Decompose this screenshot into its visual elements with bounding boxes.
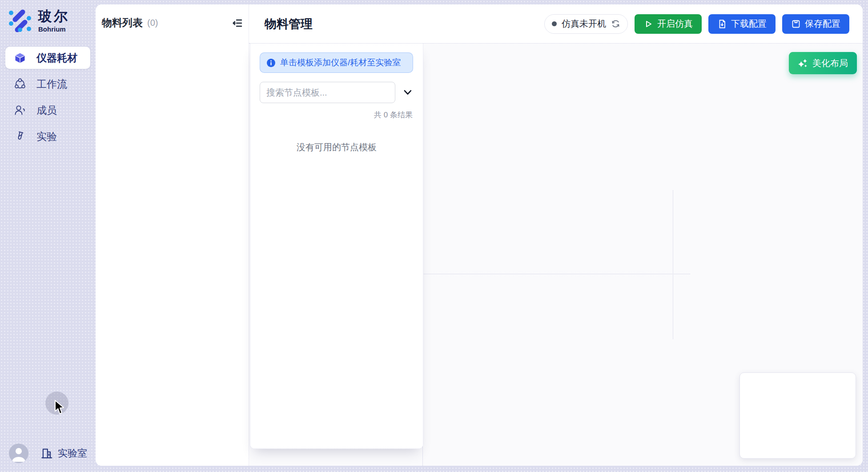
- refresh-icon[interactable]: [611, 19, 620, 28]
- brand-logo[interactable]: 玻尔 Bohrium: [8, 9, 69, 33]
- mouse-cursor: [54, 400, 66, 415]
- brand-name-en: Bohrium: [38, 25, 69, 33]
- play-icon: [643, 19, 653, 29]
- template-drawer: 单击模板添加仪器/耗材至实验室 共 0 条结果 没有可用的节点模板: [250, 44, 423, 449]
- brand-name-zh: 玻尔: [38, 9, 69, 24]
- chevron-down-icon[interactable]: [402, 87, 414, 98]
- building-icon: [40, 447, 53, 460]
- sidebar-item-label: 仪器耗材: [36, 51, 77, 65]
- beautify-layout-label: 美化布局: [812, 57, 848, 69]
- template-search-input[interactable]: [260, 82, 395, 103]
- hint-banner-text: 单击模板添加仪器/耗材至实验室: [280, 57, 401, 68]
- cube-icon: [14, 52, 26, 64]
- workflow-icon: [14, 78, 26, 90]
- sidebar-item-experiments[interactable]: 实验: [5, 125, 90, 148]
- materials-list-title: 物料列表: [102, 16, 143, 30]
- empty-templates-text: 没有可用的节点模板: [250, 141, 423, 153]
- beautify-layout-button[interactable]: 美化布局: [789, 52, 857, 74]
- sidebar-item-label: 工作流: [36, 77, 67, 91]
- members-icon: [14, 104, 26, 116]
- save-config-button[interactable]: 保存配置: [782, 14, 849, 34]
- workspace: 物料列表 (0) 物料管理 仿真未开机: [96, 4, 863, 466]
- header-actions: 仿真未开机 开启仿真: [544, 14, 849, 34]
- bohrium-logo-icon: [8, 9, 32, 33]
- lab-label: 实验室: [58, 447, 87, 460]
- save-config-label: 保存配置: [805, 18, 840, 30]
- materials-list-panel: 物料列表 (0): [96, 4, 249, 466]
- main-header: 物料管理 仿真未开机 开启仿真: [249, 4, 863, 44]
- materials-list-header: 物料列表 (0): [96, 4, 249, 30]
- info-icon: [266, 58, 276, 68]
- sidebar-footer: 实验室: [9, 444, 87, 463]
- search-result-count: 共 0 条结果: [261, 110, 413, 120]
- simulation-status-pill: 仿真未开机: [544, 14, 628, 34]
- start-simulation-button[interactable]: 开启仿真: [635, 14, 702, 34]
- lab-entry[interactable]: 实验室: [40, 447, 87, 460]
- download-config-label: 下载配置: [731, 18, 767, 30]
- user-avatar[interactable]: [9, 444, 28, 463]
- sidebar-item-label: 实验: [36, 130, 57, 144]
- download-config-button[interactable]: 下载配置: [708, 14, 776, 34]
- sidebar-nav: 仪器耗材 工作流 成员: [5, 47, 90, 148]
- file-download-icon: [717, 19, 727, 29]
- sidebar-item-instruments[interactable]: 仪器耗材: [5, 47, 90, 69]
- sidebar-item-members[interactable]: 成员: [5, 99, 90, 121]
- sidebar-item-workflow[interactable]: 工作流: [5, 73, 90, 95]
- collapse-panel-icon[interactable]: [232, 17, 243, 29]
- experiment-icon: [14, 131, 26, 142]
- graph-canvas[interactable]: 单击模板添加仪器/耗材至实验室 共 0 条结果 没有可用的节点模板 美化布局: [249, 44, 863, 466]
- sparkles-icon: [798, 58, 808, 68]
- minimap[interactable]: [739, 372, 856, 459]
- save-icon: [791, 19, 801, 29]
- avatar-person-icon: [9, 444, 28, 463]
- sidebar-item-label: 成员: [36, 104, 57, 117]
- page-title: 物料管理: [265, 16, 313, 32]
- start-simulation-label: 开启仿真: [657, 18, 693, 30]
- template-search-row: [260, 82, 414, 103]
- status-dot: [552, 21, 557, 26]
- canvas-guide-horizontal: [422, 274, 690, 274]
- sidebar: 玻尔 Bohrium 仪器耗材 工作流: [0, 0, 96, 472]
- status-label: 仿真未开机: [562, 18, 606, 30]
- hint-banner: 单击模板添加仪器/耗材至实验室: [260, 52, 413, 73]
- canvas-guide-vertical-2: [673, 190, 673, 339]
- materials-list-count: (0): [147, 18, 232, 28]
